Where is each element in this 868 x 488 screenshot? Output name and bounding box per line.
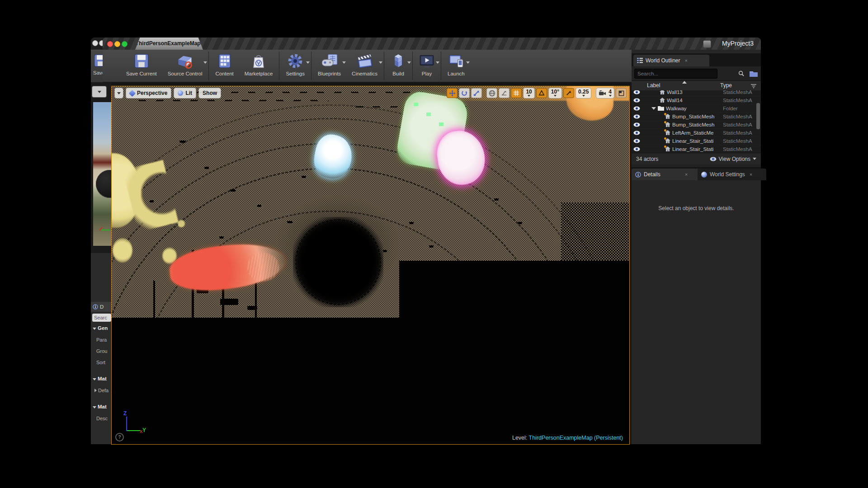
content-browser-icon (217, 52, 232, 70)
blueprints-button[interactable]: Blueprints (312, 50, 346, 82)
camera-icon (599, 90, 606, 96)
preview-sphere (96, 170, 111, 198)
outliner-row[interactable]: Linear_Stair_Stati StaticMeshA (632, 145, 761, 152)
scrollbar-thumb[interactable] (756, 103, 760, 129)
rotation-snap-icon[interactable] (536, 88, 547, 98)
lit-mode-button[interactable]: Lit (174, 88, 196, 99)
inactive-traffic-light[interactable] (92, 40, 98, 46)
visibility-eye-icon[interactable] (632, 98, 642, 103)
level-name-link[interactable]: ThirdPersonExampleMap (Persistent) (529, 435, 623, 441)
marketplace-button[interactable]: Marketplace (239, 50, 278, 82)
info-icon (93, 304, 98, 310)
view-options-button[interactable]: View Options (710, 156, 756, 162)
surface-snap-icon[interactable] (499, 88, 509, 98)
back-details-tab[interactable]: D (91, 302, 111, 312)
tab-details[interactable]: Details × (632, 169, 702, 180)
type-filter-icon[interactable] (751, 84, 756, 90)
tab-world-outliner[interactable]: World Outliner × (633, 55, 709, 66)
back-row[interactable]: Para (96, 337, 107, 343)
back-section-general[interactable]: Gen (93, 325, 108, 331)
dropdown-caret-icon[interactable] (203, 61, 207, 64)
scale-snap-icon[interactable] (563, 88, 574, 98)
build-button[interactable]: Build (385, 50, 411, 82)
viewport-options-button[interactable] (114, 88, 123, 99)
visibility-eye-icon[interactable] (632, 90, 642, 94)
outliner-row[interactable]: Bump_StaticMesh StaticMeshA (632, 113, 761, 121)
back-search-box[interactable]: Searc (92, 314, 111, 322)
close-traffic-light[interactable] (107, 41, 113, 47)
back-row[interactable]: Desc (96, 416, 108, 421)
outliner-row-folder[interactable]: Walkway Folder (632, 104, 761, 113)
outliner-row[interactable]: Wall13 StaticMeshA (632, 90, 761, 96)
cinematics-button[interactable]: Cinematics (346, 50, 383, 82)
expander-arrow-icon[interactable] (651, 107, 656, 110)
viewport-toolbar: Perspective Lit Show (112, 86, 629, 100)
sort-ascending-icon[interactable] (682, 81, 687, 84)
help-icon[interactable]: ? (115, 433, 124, 441)
outliner-list-icon (637, 58, 643, 63)
level-tab[interactable]: ThirdPersonExampleMap* (135, 38, 203, 50)
title-bar[interactable]: ThirdPersonExampleMap* MyProject3 (103, 38, 761, 50)
back-section-material-2[interactable]: Mat (93, 404, 107, 409)
maximize-viewport-icon[interactable] (616, 88, 627, 98)
static-mesh-icon (660, 90, 665, 94)
outliner-row[interactable]: LeftArm_StaticMe StaticMeshA (632, 129, 761, 137)
minimize-traffic-light[interactable] (114, 41, 120, 47)
visibility-eye-icon[interactable] (632, 131, 642, 135)
visibility-eye-icon[interactable] (632, 106, 642, 111)
play-button[interactable]: Play (414, 50, 440, 82)
outliner-row[interactable]: Bump_StaticMesh StaticMeshA (632, 121, 761, 129)
dropdown-caret-icon[interactable] (466, 61, 470, 64)
tab-world-settings[interactable]: World Settings × (698, 169, 766, 180)
dropdown-caret-icon[interactable] (436, 61, 439, 64)
static-mesh-icon (660, 98, 665, 103)
grid-snap-icon[interactable] (511, 88, 522, 98)
column-header-type[interactable]: Type (720, 82, 732, 89)
back-viewport-options-button[interactable] (92, 86, 107, 98)
globe-icon (701, 172, 707, 178)
background-window[interactable]: Save D Searc Gen Para Grou Sort Mat Defa… (91, 38, 111, 444)
back-row[interactable]: Grou (96, 348, 107, 354)
visibility-eye-icon[interactable] (632, 139, 642, 143)
back-section-material[interactable]: Mat (93, 376, 107, 381)
translate-tool-icon[interactable] (447, 88, 458, 98)
rotation-snap-value-button[interactable]: 10° (548, 88, 562, 99)
dropdown-caret-icon[interactable] (379, 61, 382, 64)
rotate-tool-icon[interactable] (459, 88, 470, 98)
visibility-eye-icon[interactable] (632, 122, 642, 127)
world-space-icon[interactable] (486, 88, 497, 98)
grid-snap-value-button[interactable]: 10 (523, 88, 534, 99)
scale-snap-value-button[interactable]: 0.25 (576, 88, 591, 99)
outliner-row[interactable]: Linear_Stair_Stati StaticMeshA (632, 137, 761, 145)
search-input[interactable] (634, 69, 717, 79)
material-preview-photo (93, 102, 111, 246)
close-icon[interactable]: × (750, 172, 752, 177)
visibility-eye-icon[interactable] (632, 147, 642, 151)
scale-tool-icon[interactable] (471, 88, 482, 98)
back-row[interactable]: Defa (94, 388, 108, 393)
close-icon[interactable]: × (685, 172, 688, 177)
column-header-label[interactable]: Label (647, 82, 660, 89)
content-button[interactable]: Content (210, 50, 239, 82)
shadow-region (112, 318, 629, 444)
outliner-row[interactable]: Wall14 StaticMeshA (632, 96, 761, 104)
axis-gizmo: Z Y X (120, 412, 151, 437)
camera-speed-button[interactable]: 4 (596, 88, 614, 99)
dropdown-caret-icon[interactable] (407, 61, 411, 64)
save-current-button[interactable]: Save Current (121, 50, 162, 82)
back-row[interactable]: Sort (96, 360, 105, 365)
close-icon[interactable]: × (684, 58, 687, 63)
settings-button[interactable]: Settings (280, 50, 310, 82)
dropdown-caret-icon[interactable] (306, 61, 310, 64)
level-viewport[interactable]: Perspective Lit Show (111, 86, 630, 445)
launch-button[interactable]: Launch (442, 50, 470, 82)
source-control-button[interactable]: Source Control (162, 50, 208, 82)
visibility-eye-icon[interactable] (632, 114, 642, 119)
dropdown-caret-icon[interactable] (342, 61, 346, 64)
show-flags-button[interactable]: Show (198, 88, 221, 99)
zoom-traffic-light[interactable] (122, 41, 127, 47)
perspective-button[interactable]: Perspective (126, 88, 171, 99)
create-folder-button[interactable] (749, 70, 758, 77)
toolbar-separator (279, 52, 279, 80)
folder-icon (658, 106, 664, 111)
